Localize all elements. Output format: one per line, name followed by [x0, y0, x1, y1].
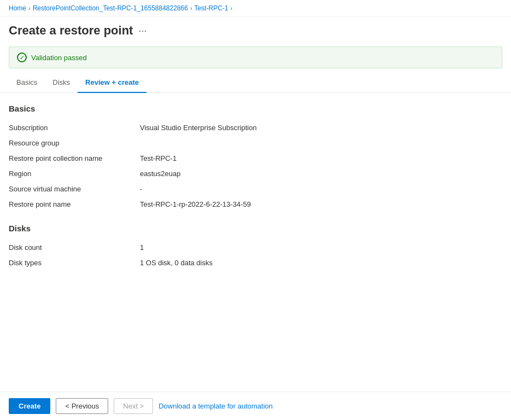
field-rpc-name: Restore point collection name Test-RPC-1: [9, 151, 502, 167]
field-region: Region eastus2euap: [9, 167, 502, 182]
breadcrumb-sep-2: ›: [190, 5, 192, 11]
value-restore-point-name: Test-RPC-1-rp-2022-6-22-13-34-59: [140, 200, 251, 208]
automation-template-link[interactable]: Download a template for automation: [158, 402, 273, 410]
breadcrumb-sep-1: ›: [28, 5, 31, 11]
value-subscription: Visual Studio Enterprise Subscription: [140, 124, 257, 132]
breadcrumb-rpc[interactable]: RestorePointCollection_Test-RPC-1_165588…: [33, 4, 188, 12]
more-options-icon[interactable]: ···: [138, 25, 146, 37]
label-rpc-name: Restore point collection name: [9, 154, 140, 162]
breadcrumb-sep-3: ›: [231, 5, 233, 11]
field-restore-point-name: Restore point name Test-RPC-1-rp-2022-6-…: [9, 197, 502, 213]
value-disk-types: 1 OS disk, 0 data disks: [140, 259, 213, 267]
label-source-vm: Source virtual machine: [9, 185, 140, 193]
field-disk-count: Disk count 1: [9, 241, 502, 256]
validation-message: Validation passed: [31, 54, 87, 62]
field-disk-types: Disk types 1 OS disk, 0 data disks: [9, 256, 502, 271]
create-button[interactable]: Create: [9, 398, 50, 414]
page-title: Create a restore point: [9, 24, 133, 38]
tab-review-create[interactable]: Review + create: [78, 73, 146, 93]
next-button[interactable]: Next >: [114, 398, 153, 414]
breadcrumb-test-rpc[interactable]: Test-RPC-1: [195, 4, 228, 12]
basics-section-title: Basics: [9, 104, 502, 113]
field-subscription: Subscription Visual Studio Enterprise Su…: [9, 121, 502, 136]
disks-section-title: Disks: [9, 224, 502, 233]
main-content: Basics Subscription Visual Studio Enterp…: [0, 93, 511, 282]
breadcrumb-home[interactable]: Home: [9, 4, 26, 12]
label-disk-count: Disk count: [9, 243, 140, 252]
value-disk-count: 1: [140, 243, 144, 252]
label-disk-types: Disk types: [9, 259, 140, 267]
field-source-vm: Source virtual machine -: [9, 182, 502, 197]
value-rpc-name: Test-RPC-1: [140, 154, 177, 162]
tab-basics[interactable]: Basics: [9, 73, 45, 93]
label-resource-group: Resource group: [9, 139, 140, 147]
check-icon: ✓: [17, 52, 27, 62]
label-restore-point-name: Restore point name: [9, 200, 140, 208]
label-region: Region: [9, 170, 140, 178]
field-resource-group: Resource group: [9, 136, 502, 151]
breadcrumb: Home › RestorePointCollection_Test-RPC-1…: [0, 0, 511, 17]
page-header: Create a restore point ···: [0, 17, 511, 42]
label-subscription: Subscription: [9, 124, 140, 132]
tabs-container: Basics Disks Review + create: [0, 73, 511, 93]
footer: Create < Previous Next > Download a temp…: [0, 392, 511, 420]
value-region: eastus2euap: [140, 170, 180, 178]
validation-banner: ✓ Validation passed: [9, 46, 502, 68]
value-source-vm: -: [140, 185, 142, 193]
tab-disks[interactable]: Disks: [45, 73, 78, 93]
previous-button[interactable]: < Previous: [56, 398, 108, 414]
